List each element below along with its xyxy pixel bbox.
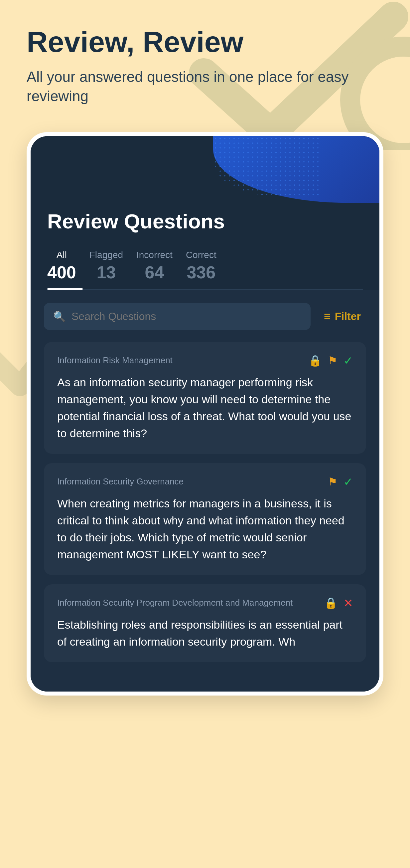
filter-label: Filter: [335, 310, 361, 322]
flag-icon[interactable]: ⚑: [328, 354, 338, 367]
tabs-section: Review Questions All 400 Flagged 13 Inco…: [31, 210, 379, 290]
card-category: Information Security Governance: [57, 476, 328, 487]
x-icon: ✕: [343, 596, 353, 610]
tab-correct-count: 336: [186, 262, 215, 282]
tab-incorrect-label: Incorrect: [136, 250, 173, 260]
card-header: Information Security Program Development…: [57, 596, 353, 610]
question-card[interactable]: Information Risk Management 🔒 ⚑ ✓ As an …: [44, 342, 366, 454]
search-row: 🔍 ≡ Filter: [44, 303, 366, 330]
card-question-text: Establishing roles and responsibilities …: [57, 616, 353, 650]
card-category: Information Risk Management: [57, 355, 309, 366]
tab-correct[interactable]: Correct 336: [186, 243, 230, 289]
filter-icon: ≡: [324, 309, 331, 323]
tab-flagged[interactable]: Flagged 13: [90, 243, 136, 289]
question-card[interactable]: Information Security Program Development…: [44, 584, 366, 662]
lock-icon: 🔒: [324, 597, 338, 609]
card-question-text: When creating metrics for managers in a …: [57, 495, 353, 563]
card-question-text: As an information security manager perfo…: [57, 374, 353, 442]
filter-button[interactable]: ≡ Filter: [318, 306, 366, 327]
tab-all[interactable]: All 400: [47, 243, 90, 289]
blue-dots-decoration: [213, 136, 319, 196]
tab-incorrect[interactable]: Incorrect 64: [136, 243, 186, 289]
tab-incorrect-count: 64: [145, 262, 164, 282]
card-icons: 🔒 ✕: [324, 596, 353, 610]
tab-all-label: All: [57, 250, 67, 260]
search-input-wrap[interactable]: 🔍: [44, 303, 311, 330]
app-card-wrapper: Review Questions All 400 Flagged 13 Inco…: [27, 132, 383, 695]
app-title: Review Questions: [47, 210, 363, 243]
page-subtitle: All your answered questions in one place…: [27, 67, 383, 105]
tab-flagged-count: 13: [96, 262, 116, 282]
search-input[interactable]: [71, 310, 301, 322]
tab-flagged-label: Flagged: [90, 250, 123, 260]
tabs-row: All 400 Flagged 13 Incorrect 64 Correct …: [47, 243, 363, 290]
card-category: Information Security Program Development…: [57, 598, 324, 608]
question-card[interactable]: Information Security Governance ⚑ ✓ When…: [44, 463, 366, 575]
card-header: Information Risk Management 🔒 ⚑ ✓: [57, 354, 353, 367]
card-icons: 🔒 ⚑ ✓: [309, 354, 353, 367]
tab-correct-label: Correct: [186, 250, 216, 260]
page-title: Review, Review: [27, 27, 383, 57]
app-main: 🔍 ≡ Filter Information Risk Management 🔒: [31, 290, 379, 691]
flag-icon[interactable]: ⚑: [328, 475, 338, 488]
lock-icon: 🔒: [309, 354, 322, 367]
tab-all-count: 400: [47, 262, 76, 282]
search-icon: 🔍: [53, 311, 66, 322]
app-header-decoration: [31, 136, 379, 210]
app-card: Review Questions All 400 Flagged 13 Inco…: [31, 136, 379, 691]
check-icon: ✓: [343, 475, 353, 489]
card-header: Information Security Governance ⚑ ✓: [57, 475, 353, 489]
card-icons: ⚑ ✓: [328, 475, 353, 489]
check-icon: ✓: [343, 354, 353, 367]
